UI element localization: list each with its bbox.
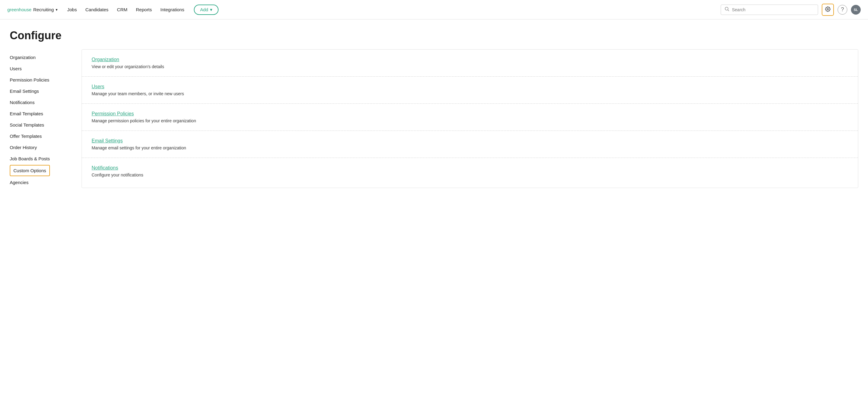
avatar-initials: SL <box>854 8 858 11</box>
add-label: Add <box>200 7 208 12</box>
nav-candidates[interactable]: Candidates <box>85 7 108 12</box>
content-item-users: Users Manage your team members, or invit… <box>82 77 858 104</box>
sidebar-item-email-templates[interactable]: Email Templates <box>10 108 77 119</box>
main-layout: Organization Users Permission Policies E… <box>10 49 858 188</box>
user-avatar[interactable]: SL <box>851 5 861 14</box>
sidebar-item-agencies[interactable]: Agencies <box>10 177 77 188</box>
question-icon: ? <box>841 6 844 13</box>
nav-reports[interactable]: Reports <box>136 7 152 12</box>
search-box[interactable] <box>721 5 818 15</box>
nav-crm[interactable]: CRM <box>117 7 127 12</box>
search-icon <box>725 7 730 13</box>
email-settings-desc: Manage email settings for your entire or… <box>92 146 848 150</box>
logo-green-text: greenhouse <box>7 7 31 12</box>
help-button[interactable]: ? <box>838 5 847 14</box>
svg-line-1 <box>728 10 729 11</box>
sidebar-item-social-templates[interactable]: Social Templates <box>10 119 77 130</box>
nav-integrations[interactable]: Integrations <box>160 7 184 12</box>
gear-icon <box>825 6 831 13</box>
nav-right: ? SL <box>721 4 861 16</box>
search-input[interactable] <box>732 7 814 12</box>
organization-link[interactable]: Organization <box>92 57 119 62</box>
sidebar-item-order-history[interactable]: Order History <box>10 142 77 153</box>
page-content: Configure Organization Users Permission … <box>0 20 868 188</box>
nav-jobs[interactable]: Jobs <box>67 7 77 12</box>
email-settings-link[interactable]: Email Settings <box>92 138 123 144</box>
sidebar-item-job-boards[interactable]: Job Boards & Posts <box>10 153 77 164</box>
nav-links: Jobs Candidates CRM Reports Integrations <box>67 7 184 12</box>
top-nav: greenhouse Recruiting ▾ Jobs Candidates … <box>0 0 868 20</box>
permission-policies-link[interactable]: Permission Policies <box>92 111 134 117</box>
sidebar-item-offer-templates[interactable]: Offer Templates <box>10 130 77 142</box>
settings-button[interactable] <box>822 4 834 16</box>
content-panel: Organization View or edit your organizat… <box>82 49 858 188</box>
permission-policies-desc: Manage permission policies for your enti… <box>92 118 848 123</box>
content-item-organization: Organization View or edit your organizat… <box>82 50 858 77</box>
add-button[interactable]: Add ▾ <box>194 5 219 15</box>
sidebar-item-custom-options[interactable]: Custom Options <box>10 165 50 176</box>
page-title: Configure <box>10 29 858 42</box>
logo[interactable]: greenhouse Recruiting ▾ <box>7 7 58 12</box>
organization-desc: View or edit your organization's details <box>92 64 848 69</box>
content-item-notifications: Notifications Configure your notificatio… <box>82 158 858 185</box>
sidebar-item-email-settings[interactable]: Email Settings <box>10 86 77 97</box>
notifications-link[interactable]: Notifications <box>92 165 118 171</box>
svg-point-2 <box>827 8 829 10</box>
logo-chevron-icon: ▾ <box>56 8 58 12</box>
users-desc: Manage your team members, or invite new … <box>92 91 848 96</box>
content-item-email-settings: Email Settings Manage email settings for… <box>82 131 858 158</box>
sidebar-item-notifications[interactable]: Notifications <box>10 97 77 108</box>
sidebar-item-permission-policies[interactable]: Permission Policies <box>10 74 77 86</box>
notifications-desc: Configure your notifications <box>92 173 848 177</box>
sidebar-item-organization[interactable]: Organization <box>10 52 77 63</box>
add-chevron-icon: ▾ <box>210 7 212 12</box>
sidebar: Organization Users Permission Policies E… <box>10 49 77 188</box>
sidebar-item-users[interactable]: Users <box>10 63 77 74</box>
logo-black-text: Recruiting <box>33 7 54 12</box>
content-item-permission-policies: Permission Policies Manage permission po… <box>82 104 858 131</box>
users-link[interactable]: Users <box>92 84 104 89</box>
